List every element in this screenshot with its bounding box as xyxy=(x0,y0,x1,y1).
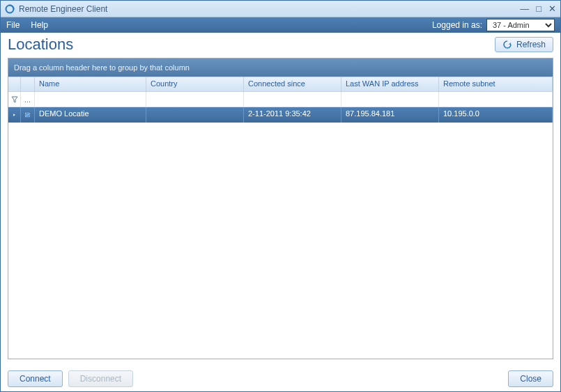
col-last-wan[interactable]: Last WAN IP address xyxy=(341,77,439,91)
menubar: File Help Logged in as: 37 - Admin xyxy=(1,17,560,33)
minimize-button[interactable]: — xyxy=(520,4,529,13)
cell-connected-since: 2-11-2011 9:35:42 xyxy=(244,107,341,123)
col-name[interactable]: Name xyxy=(35,77,146,91)
column-headers: Name Country Connected since Last WAN IP… xyxy=(8,77,553,92)
filter-name[interactable] xyxy=(35,92,146,107)
window-controls: — □ ✕ xyxy=(520,4,556,13)
maximize-button[interactable]: □ xyxy=(536,4,541,13)
row-indicator-icon xyxy=(8,107,21,123)
row-status-icon xyxy=(21,107,35,123)
cell-last-wan: 87.195.84.181 xyxy=(341,107,439,123)
col-connected-since[interactable]: Connected since xyxy=(244,77,341,91)
content-area: Drag a column header here to group by th… xyxy=(1,58,560,366)
footer: Connect Disconnect Close xyxy=(1,366,560,391)
refresh-button[interactable]: Refresh xyxy=(495,37,553,52)
page-header: Locations Refresh xyxy=(1,33,560,58)
user-select[interactable]: 37 - Admin xyxy=(486,19,555,31)
filter-toggle[interactable] xyxy=(8,92,21,107)
app-icon xyxy=(5,4,15,14)
col-indicator[interactable] xyxy=(8,77,21,91)
titlebar: Remote Engineer Client — □ ✕ xyxy=(1,1,560,17)
col-remote-subnet[interactable]: Remote subnet xyxy=(439,77,553,91)
refresh-icon xyxy=(502,40,512,49)
page-title: Locations xyxy=(8,36,495,54)
filter-subnet[interactable] xyxy=(439,92,553,107)
close-button[interactable]: Close xyxy=(508,370,553,387)
filter-icon-cell[interactable]: ... xyxy=(21,92,35,107)
menu-file[interactable]: File xyxy=(6,20,20,30)
cell-country xyxy=(146,107,244,123)
filter-since[interactable] xyxy=(244,92,341,107)
filter-row: ... xyxy=(8,92,553,107)
disconnect-button: Disconnect xyxy=(68,370,133,387)
table-row[interactable]: DEMO Locatie 2-11-2011 9:35:42 87.195.84… xyxy=(8,107,553,123)
col-country[interactable]: Country xyxy=(146,77,244,91)
cell-name: DEMO Locatie xyxy=(35,107,146,123)
group-by-panel[interactable]: Drag a column header here to group by th… xyxy=(8,58,553,77)
data-rows: DEMO Locatie 2-11-2011 9:35:42 87.195.84… xyxy=(8,107,553,359)
filter-wan[interactable] xyxy=(341,92,439,107)
col-icon[interactable] xyxy=(21,77,35,91)
locations-grid: Drag a column header here to group by th… xyxy=(8,58,553,359)
app-window: Remote Engineer Client — □ ✕ File Help L… xyxy=(0,0,561,392)
logged-in-label: Logged in as: xyxy=(432,20,482,30)
connect-button[interactable]: Connect xyxy=(8,370,63,387)
app-title: Remote Engineer Client xyxy=(19,4,520,14)
filter-icon xyxy=(11,96,18,103)
refresh-label: Refresh xyxy=(516,40,546,49)
filter-country[interactable] xyxy=(146,92,244,107)
menu-help[interactable]: Help xyxy=(31,20,48,30)
close-window-button[interactable]: ✕ xyxy=(548,4,556,13)
cell-remote-subnet: 10.195.0.0 xyxy=(439,107,553,123)
